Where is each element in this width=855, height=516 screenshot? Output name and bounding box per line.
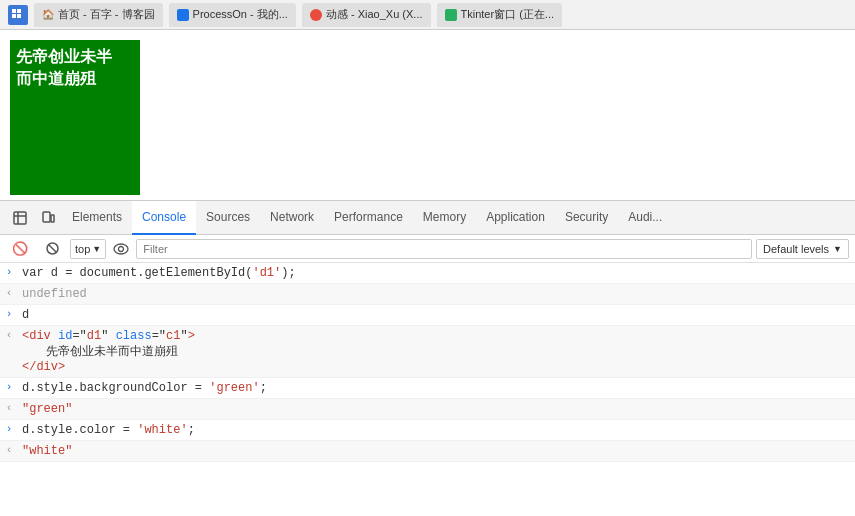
- tab-application[interactable]: Application: [476, 201, 555, 235]
- tab-audits[interactable]: Audi...: [618, 201, 672, 235]
- apps-icon[interactable]: [8, 5, 28, 25]
- svg-point-12: [119, 246, 124, 251]
- console-line: › d.style.backgroundColor = 'green';: [0, 378, 855, 399]
- tab-console[interactable]: Console: [132, 201, 196, 235]
- svg-rect-1: [17, 9, 21, 13]
- console-line: ‹ <div id="d1" class="c1"> 先帝创业未半而中道崩殂 <…: [0, 326, 855, 378]
- tab-network[interactable]: Network: [260, 201, 324, 235]
- log-levels-dropdown[interactable]: Default levels ▼: [756, 239, 849, 259]
- line-gutter-input: ›: [0, 421, 18, 435]
- svg-rect-8: [51, 215, 54, 222]
- green-div-text: 先帝创业未半而中道崩殂: [16, 46, 134, 91]
- console-output: › var d = document.getElementById('d1');…: [0, 263, 855, 462]
- svg-rect-2: [12, 14, 16, 18]
- svg-line-10: [48, 245, 56, 253]
- tab-memory[interactable]: Memory: [413, 201, 476, 235]
- devtools-panel: Elements Console Sources Network Perform…: [0, 200, 855, 462]
- device-toolbar-icon[interactable]: [34, 204, 62, 232]
- chevron-down-icon: ▼: [92, 244, 101, 254]
- page-content: 先帝创业未半而中道崩殂: [0, 30, 855, 200]
- element-picker-icon[interactable]: [6, 204, 34, 232]
- browser-tab-processor[interactable]: ProcessOn - 我的...: [169, 3, 296, 27]
- svg-rect-0: [12, 9, 16, 13]
- line-gutter-result: ‹: [0, 327, 18, 341]
- browser-tab-tkinter[interactable]: Tkinter窗口 (正在...: [437, 3, 563, 27]
- line-gutter-result: ‹: [0, 285, 18, 299]
- stop-icon[interactable]: [38, 235, 66, 263]
- console-toolbar: 🚫 top ▼ Default levels ▼: [0, 235, 855, 263]
- line-gutter-input: ›: [0, 379, 18, 393]
- svg-rect-4: [14, 212, 26, 224]
- context-selector[interactable]: top ▼: [70, 239, 106, 259]
- tab-performance[interactable]: Performance: [324, 201, 413, 235]
- console-line: ‹ "white": [0, 441, 855, 462]
- line-gutter-input: ›: [0, 306, 18, 320]
- line-gutter-input: ›: [0, 264, 18, 278]
- tab-security[interactable]: Security: [555, 201, 618, 235]
- console-line: ‹ "green": [0, 399, 855, 420]
- console-line: › d: [0, 305, 855, 326]
- svg-rect-3: [17, 14, 21, 18]
- green-div: 先帝创业未半而中道崩殂: [10, 40, 140, 195]
- line-gutter-result: ‹: [0, 442, 18, 456]
- console-line: ‹ undefined: [0, 284, 855, 305]
- filter-input[interactable]: [136, 239, 752, 259]
- tab-elements[interactable]: Elements: [62, 201, 132, 235]
- console-line: › d.style.color = 'white';: [0, 420, 855, 441]
- console-line: › var d = document.getElementById('d1');: [0, 263, 855, 284]
- devtools-tab-bar: Elements Console Sources Network Perform…: [0, 201, 855, 235]
- svg-point-11: [114, 244, 128, 254]
- tab-sources[interactable]: Sources: [196, 201, 260, 235]
- browser-tab-bar: 🏠 首页 - 百字 - 博客园 ProcessOn - 我的... 动感 - X…: [0, 0, 855, 30]
- chevron-down-icon: ▼: [833, 244, 842, 254]
- clear-console-icon[interactable]: 🚫: [6, 235, 34, 263]
- browser-tab-douyin[interactable]: 动感 - Xiao_Xu (X...: [302, 3, 431, 27]
- eye-icon[interactable]: [110, 239, 132, 259]
- svg-rect-7: [43, 212, 50, 222]
- browser-tab-home[interactable]: 🏠 首页 - 百字 - 博客园: [34, 3, 163, 27]
- line-gutter-result: ‹: [0, 400, 18, 414]
